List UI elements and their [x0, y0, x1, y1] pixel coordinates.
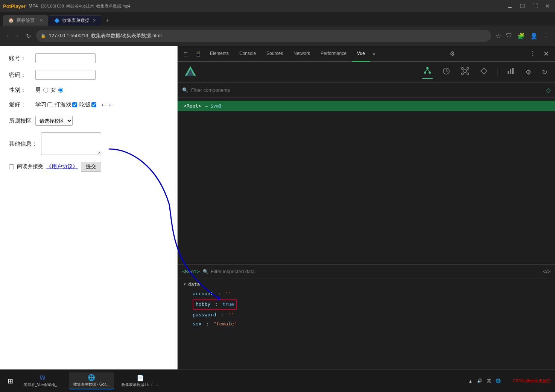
agreement-checkbox[interactable]	[9, 164, 14, 169]
profile-icon[interactable]: 👤	[529, 31, 539, 41]
taskbar-word-icon: W	[40, 375, 45, 381]
taskbar-item-chrome[interactable]: 🌐 收集表单数据 - Goo...	[69, 372, 114, 389]
vue-routing-icon[interactable]	[478, 65, 490, 79]
svg-point-4	[429, 71, 431, 74]
vue-header-icons: ⚙ ↻	[422, 65, 549, 79]
taskbar-volume-icon[interactable]: 🔊	[477, 378, 482, 383]
forward-button[interactable]: ›	[14, 31, 20, 41]
other-row: 其他信息：	[9, 132, 168, 155]
close-button[interactable]: ✕	[543, 2, 552, 10]
taskbar-vscode-icon: 📄	[137, 374, 144, 381]
data-section-label: data	[188, 281, 200, 287]
new-tab-button[interactable]: +	[102, 15, 113, 26]
tab-form[interactable]: 🔷 收集表单数据 ✕	[49, 15, 101, 26]
address-bar[interactable]: 🔒 127.0.0.1:5500/13_收集表单数据/收集表单数据.html	[36, 30, 491, 42]
root-component-item[interactable]: <Root> = $vm0	[178, 101, 555, 111]
gender-male-radio[interactable]	[43, 88, 48, 93]
taskbar-network-icon[interactable]: 🌐	[496, 378, 501, 383]
hobby-study-checkbox[interactable]	[47, 102, 52, 107]
school-select[interactable]: 请选择校区 北京 上海 武汉	[35, 116, 73, 126]
nav-bar: ‹ › ↻ 🔒 127.0.0.1:5500/13_收集表单数据/收集表单数据.…	[0, 26, 555, 46]
svg-rect-17	[512, 68, 514, 74]
vue-component-tree-icon[interactable]	[422, 65, 433, 79]
vue-logo-icon	[184, 65, 197, 79]
tab-bar: 🏠 新标签页 ✕ 🔷 收集表单数据 ✕ +	[0, 12, 555, 26]
hobby-game-checkbox[interactable]	[72, 102, 77, 107]
start-button[interactable]: ⊞	[5, 375, 16, 387]
hobby-eat-label: 吃饭	[79, 101, 91, 108]
code-bracket-icon[interactable]: </>	[543, 269, 550, 275]
vue-refresh-icon[interactable]: ↻	[540, 67, 549, 78]
lock-icon: 🔒	[41, 33, 46, 38]
svg-marker-13	[481, 68, 487, 74]
taskbar-system-icons: ▲	[468, 379, 473, 383]
taskbar-item-vscode[interactable]: 📄 收集表单数据.html - ...	[117, 373, 163, 389]
filter-diamond-icon[interactable]: ◇	[546, 87, 550, 94]
svg-point-11	[462, 73, 464, 75]
devtools-inspect-button[interactable]: ⬚	[181, 49, 191, 59]
taskbar-item-word[interactable]: W 尚硅谷_Vue全家桶_d...	[19, 373, 66, 389]
tab-elements[interactable]: Elements	[205, 46, 234, 62]
devtools-close-button[interactable]: ✕	[540, 48, 552, 59]
taskbar-chrome-label: 收集表单数据 - Goo...	[73, 382, 109, 387]
hobby-row: 爱好： 学习 打游戏 吃饭 ←←	[9, 100, 168, 109]
tab-performance[interactable]: Performance	[315, 46, 352, 62]
taskbar-lang-icon[interactable]: 英	[487, 378, 491, 384]
tab-form-close[interactable]: ✕	[93, 18, 96, 23]
reload-button[interactable]: ↻	[24, 31, 33, 41]
minimize-button[interactable]: 🗕	[505, 2, 515, 10]
account-input[interactable]	[35, 53, 96, 63]
account-row: 账号：	[9, 53, 168, 63]
shield-icon[interactable]: 🛡	[505, 31, 514, 41]
tab-vue[interactable]: Vue	[352, 46, 370, 62]
devtools-device-button[interactable]: 📱	[193, 49, 203, 59]
menu-icon[interactable]: ⋮	[541, 31, 550, 41]
hobby-eat-checkbox[interactable]	[91, 102, 96, 107]
vue-history-icon[interactable]	[441, 65, 452, 79]
extensions-icon[interactable]: 🧩	[516, 31, 526, 41]
other-textarea[interactable]	[41, 132, 101, 155]
hobby-highlighted-box: hobby : true	[193, 299, 237, 310]
password-input[interactable]	[35, 70, 96, 80]
data-section-toggle[interactable]: ▼ data	[184, 281, 549, 287]
svg-rect-16	[510, 69, 511, 74]
fullscreen-button[interactable]: ⛶	[530, 2, 540, 10]
browser-chrome: 🏠 新标签页 ✕ 🔷 收集表单数据 ✕ + ‹ › ↻ 🔒 127.0.0.1:…	[0, 12, 555, 46]
main-content: 账号： 密码： 性别： 男 女 爱好： 学习 打游	[0, 46, 555, 369]
tab-console[interactable]: Console	[234, 46, 261, 62]
tab-newtab-close[interactable]: ✕	[40, 18, 43, 23]
svg-point-3	[424, 71, 426, 74]
vue-performance-icon[interactable]	[505, 65, 516, 79]
restore-button[interactable]: ❐	[518, 2, 527, 10]
inspector-filter-input[interactable]	[211, 269, 540, 274]
data-item-account: account : ""	[184, 289, 549, 299]
devtools-dots-button[interactable]: ⋮	[527, 49, 539, 59]
vue-vuex-icon[interactable]	[459, 65, 471, 79]
taskbar-chrome-icon: 🌐	[88, 374, 95, 381]
agreement-link[interactable]: 《用户协议》	[46, 163, 78, 170]
inspector-search-icon: 🔍	[203, 269, 208, 274]
title-bar: PotPlayer MP4 [38/168] 038_尚硅谷Vue技术_收集表单…	[0, 0, 555, 12]
tab-newtab[interactable]: 🏠 新标签页 ✕	[3, 15, 48, 26]
devtools-more-tabs[interactable]: »	[370, 51, 378, 57]
gender-options: 男 女	[35, 87, 63, 94]
tab-sources[interactable]: Sources	[261, 46, 288, 62]
hobby-study-label: 学习	[35, 101, 47, 108]
title-bar-format: MP4	[29, 3, 38, 9]
component-filter-input[interactable]	[191, 87, 543, 93]
bookmark-icon[interactable]: ☆	[494, 31, 502, 41]
gender-female-radio[interactable]	[58, 88, 63, 93]
gender-female-label: 女	[50, 87, 56, 94]
data-item-password: password : ""	[184, 310, 549, 320]
devtools-settings-button[interactable]: ⚙	[447, 49, 458, 59]
title-bar-filename: [38/168] 038_尚硅谷Vue技术_收集表单数据.mp4	[41, 3, 131, 9]
vue-settings-icon[interactable]: ⚙	[524, 67, 533, 78]
vue-inspector-header: <Root> 🔍 </>	[178, 265, 555, 278]
back-button[interactable]: ‹	[5, 31, 11, 41]
tab-network[interactable]: Network	[288, 46, 315, 62]
inspector-filter-area: 🔍	[203, 269, 540, 274]
taskbar: ⊞ W 尚硅谷_Vue全家桶_d... 🌐 收集表单数据 - Goo... 📄 …	[0, 369, 555, 392]
data-value-password: ""	[228, 312, 234, 318]
filter-search-icon: 🔍	[182, 87, 188, 93]
submit-button[interactable]: 提交	[81, 162, 101, 172]
